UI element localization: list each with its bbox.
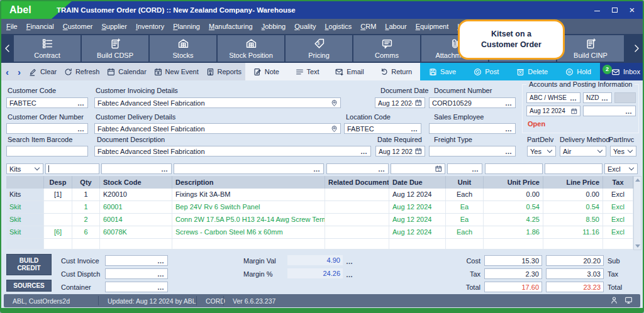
entry-qty-field[interactable] (45, 163, 99, 174)
ellipsis-button[interactable]: … (360, 148, 368, 155)
ellipsis-button[interactable]: … (77, 126, 85, 132)
document-description-field[interactable]: Fabtec Advanced Steel Fabrication… (94, 146, 371, 156)
customer-code-field[interactable]: FABTEC… (6, 97, 88, 108)
menu-item[interactable]: File (6, 23, 18, 30)
minimize-button[interactable] (590, 5, 604, 15)
column-header[interactable]: Desp (44, 176, 72, 189)
calendar-icon[interactable]: 1 (415, 99, 422, 106)
empty-grid-row[interactable] (6, 239, 633, 250)
part-invc-select[interactable]: Yes (610, 146, 636, 156)
ellipsis-button[interactable]: … (161, 166, 169, 172)
ellipsis-button[interactable]: … (601, 95, 609, 101)
ellipsis-button[interactable]: … (378, 166, 386, 172)
hold-button[interactable]: Hold (565, 68, 591, 76)
inbox-button[interactable]: 2 Inbox (602, 67, 640, 77)
menu-item[interactable]: Logistics (325, 23, 352, 30)
calendar-icon[interactable]: 1 (435, 165, 442, 172)
delete-button[interactable]: Delete (516, 68, 548, 76)
column-header[interactable] (6, 176, 44, 189)
freight-type-field[interactable]: … (429, 146, 516, 156)
user-icon[interactable] (610, 296, 618, 305)
column-header[interactable]: Related Document (325, 176, 389, 189)
ellipsis-button[interactable]: … (570, 95, 577, 101)
build-cdsp-button[interactable]: Build CDSP (82, 35, 148, 62)
column-header[interactable]: Qty (72, 176, 100, 189)
menu-item[interactable]: Supplier (102, 23, 127, 30)
ellipsis-button[interactable]: … (505, 126, 513, 132)
ellipsis-button[interactable]: … (346, 258, 353, 265)
ellipsis-button[interactable]: … (77, 100, 85, 106)
menu-item[interactable]: Quality (294, 23, 316, 30)
branch-field[interactable]: ABC / WHSE… (526, 92, 580, 103)
ellipsis-button[interactable]: … (346, 272, 353, 278)
maximize-button[interactable] (608, 5, 621, 15)
nav-forward-button[interactable]: › (13, 67, 25, 77)
entry-line-price-field[interactable] (545, 163, 602, 174)
ribbon-scroll-left[interactable] (1, 35, 14, 62)
menu-item[interactable]: Manufacturing (209, 23, 253, 30)
container-field[interactable]: … (105, 282, 168, 292)
column-header[interactable]: Line Price (543, 176, 603, 189)
build-cinp-button[interactable]: Build CINP (557, 35, 624, 62)
ellipsis-button[interactable]: … (157, 284, 165, 290)
ellipsis-button[interactable]: … (157, 271, 165, 277)
calendar-icon[interactable]: 1 (415, 148, 422, 155)
menu-item[interactable]: Labour (385, 23, 406, 30)
comms-button[interactable]: Comms (353, 35, 420, 62)
entry-unit-price-field[interactable] (485, 163, 543, 174)
customer-invoicing-field[interactable]: Fabtec Advanced Steel Fabrication (94, 97, 341, 108)
search-item-barcode-field[interactable] (6, 146, 88, 156)
column-header[interactable]: Description (172, 176, 325, 189)
sources-button[interactable]: SOURCES (6, 280, 52, 292)
menu-item[interactable]: Equipment (416, 23, 449, 30)
email-button[interactable]: Email (335, 68, 364, 76)
return-button[interactable]: Return (380, 68, 412, 76)
entry-stock-code-field[interactable]: … (101, 163, 172, 174)
ellipsis-button[interactable]: … (472, 166, 479, 172)
text-button[interactable]: Text (296, 68, 319, 76)
table-row[interactable]: Kits [1] 1 K20010 Fixings Kit 3A-BM Aug … (6, 189, 633, 201)
new-event-button[interactable]: New Event (154, 68, 199, 76)
save-button[interactable]: Save (429, 68, 456, 76)
document-number-field[interactable]: CORD10529… (429, 97, 516, 108)
customer-order-number-field[interactable]: … (6, 123, 88, 134)
note-button[interactable]: Note (253, 68, 279, 76)
ribbon-scroll-right[interactable] (630, 35, 643, 62)
entry-unit-field[interactable]: … (447, 163, 482, 174)
menu-item[interactable]: Inventory (136, 23, 164, 30)
ellipsis-button[interactable]: … (505, 148, 513, 155)
refresh-button[interactable]: Refresh (64, 68, 100, 76)
menu-item[interactable]: Financial (26, 23, 54, 30)
contract-button[interactable]: Contract (14, 35, 80, 62)
menu-item[interactable]: CRM (360, 23, 376, 30)
map-pin-icon[interactable] (331, 125, 338, 133)
column-header[interactable]: Date Due (389, 176, 446, 189)
document-date-field[interactable]: Aug 12 20241 (375, 97, 425, 108)
close-button[interactable]: × (625, 5, 639, 15)
part-delv-select[interactable]: Yes (527, 146, 556, 156)
entry-related-document-field[interactable]: … (326, 163, 389, 174)
line-type-select[interactable]: Kits (6, 163, 43, 174)
stock-position-button[interactable]: Stock Position (218, 35, 284, 62)
menu-item[interactable]: Planning (173, 23, 200, 30)
menu-item[interactable]: Jobbing (262, 23, 286, 30)
customer-delivery-field[interactable]: Fabtec Advanced Steel Fabrication (94, 123, 341, 134)
posting-ref-field[interactable]: … (583, 106, 636, 116)
delivery-method-select[interactable]: Air (560, 146, 606, 156)
ellipsis-button[interactable]: … (411, 126, 418, 132)
location-code-field[interactable]: FABTEC… (344, 123, 421, 134)
calendar-button[interactable]: Calendar (107, 68, 147, 76)
sales-employee-field[interactable]: … (429, 123, 516, 134)
calendar-icon[interactable]: 1 (571, 108, 577, 114)
scroll-down-icon[interactable] (635, 244, 640, 248)
cust-invoice-field[interactable]: … (105, 255, 168, 266)
post-button[interactable]: Post (474, 68, 499, 76)
clear-button[interactable]: Clear (29, 68, 57, 76)
date-required-field[interactable]: Aug 12 20241 (375, 146, 425, 156)
table-row[interactable]: Skit 1 60001 Bep 24V Rv 6 Switch Panel A… (6, 201, 633, 214)
ellipsis-button[interactable]: … (157, 258, 165, 264)
scroll-up-icon[interactable] (635, 178, 640, 182)
grid-scrollbar[interactable] (633, 176, 641, 250)
entry-date-due-field[interactable]: 1 (391, 163, 445, 174)
ellipsis-button[interactable]: … (313, 166, 321, 172)
